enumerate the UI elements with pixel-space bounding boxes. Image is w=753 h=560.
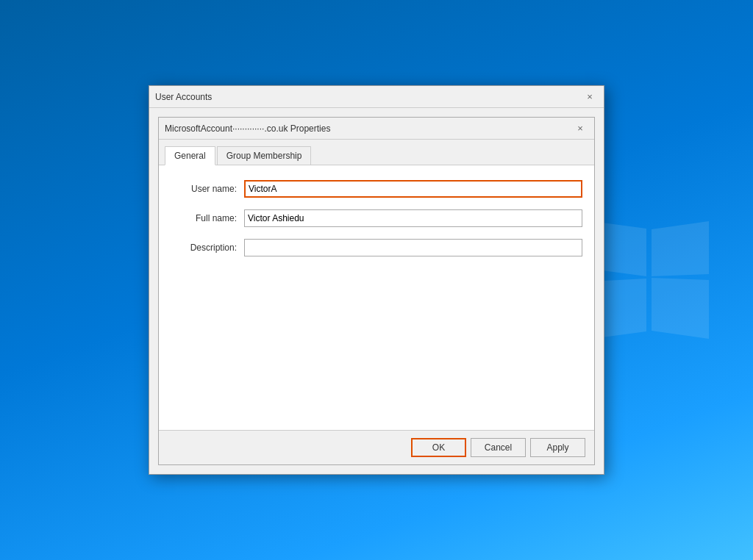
outer-title-buttons: × <box>582 89 598 105</box>
fullname-input[interactable] <box>244 209 582 227</box>
fullname-label: Full name: <box>171 213 244 223</box>
ok-button[interactable]: OK <box>411 438 466 457</box>
inner-title-bar: MicrosoftAccount·············.co.uk Prop… <box>159 118 594 140</box>
inner-dialog-title: MicrosoftAccount·············.co.uk Prop… <box>165 123 572 134</box>
inner-dialog: MicrosoftAccount·············.co.uk Prop… <box>158 117 595 465</box>
apply-button[interactable]: Apply <box>530 438 585 457</box>
username-input[interactable] <box>244 180 582 198</box>
tab-group-membership[interactable]: Group Membership <box>217 146 312 165</box>
inner-title-buttons: × <box>572 121 588 137</box>
description-input[interactable] <box>244 239 582 256</box>
dialog-buttons: OK Cancel Apply <box>159 430 594 464</box>
fullname-row: Full name: <box>171 209 582 227</box>
inner-close-button[interactable]: × <box>572 121 588 137</box>
description-label: Description: <box>171 243 244 253</box>
username-row: User name: <box>171 180 582 198</box>
username-label: User name: <box>171 184 244 194</box>
tab-general[interactable]: General <box>165 146 215 165</box>
outer-dialog-title: User Accounts <box>155 92 582 102</box>
description-row: Description: <box>171 239 582 256</box>
outer-close-button[interactable]: × <box>582 89 598 105</box>
svg-marker-3 <box>652 278 709 339</box>
outer-dialog: User Accounts × MicrosoftAccount········… <box>149 85 604 475</box>
cancel-button[interactable]: Cancel <box>471 438 526 457</box>
form-content: User name: Full name: Description: <box>159 165 594 430</box>
tabs-container: General Group Membership <box>159 140 594 165</box>
svg-marker-1 <box>652 221 709 276</box>
outer-title-bar: User Accounts × <box>149 86 604 108</box>
